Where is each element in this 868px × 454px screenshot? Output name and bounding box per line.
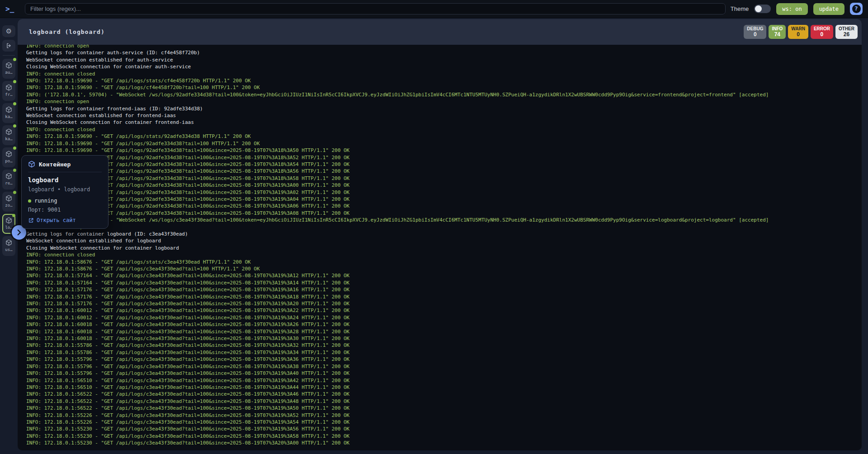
container-cube-icon — [5, 84, 12, 91]
tooltip-header: Контейнер — [28, 161, 102, 172]
running-status-dot — [13, 102, 16, 105]
log-line: INFO: 172.18.0.1:59690 - "GET /api/logs/… — [26, 168, 862, 175]
log-line: INFO: 172.18.0.1:59690 - "GET /api/logs/… — [26, 182, 862, 189]
workspace: ⚙ au… fr… — [0, 18, 868, 454]
log-line: INFO: 172.18.0.1:57176 - "GET /api/logs/… — [26, 300, 862, 307]
running-status-dot — [28, 199, 31, 203]
sidebar-container-button[interactable]: re… — [2, 170, 15, 189]
log-line: INFO: 172.18.0.1:55796 - "GET /api/logs/… — [26, 370, 862, 377]
badge-label: DEBUG — [747, 26, 763, 31]
log-line: Getting logs for container logboard (ID:… — [26, 231, 862, 237]
log-line: INFO: connection open — [26, 224, 862, 231]
status-text: running — [34, 198, 57, 204]
log-line: Closing WebSocket connection for contain… — [26, 119, 862, 126]
log-line: INFO: 172.18.0.1:55796 - "GET /api/logs/… — [26, 356, 862, 363]
log-line: INFO: 172.18.0.1:55786 - "GET /api/logs/… — [26, 349, 862, 356]
log-line: INFO: 172.18.0.1:59690 - "GET /api/logs/… — [26, 140, 862, 147]
log-line: INFO: 172.18.0.1:59690 - "GET /api/logs/… — [26, 161, 862, 168]
container-cube-icon — [5, 217, 12, 224]
container-port: Порт: 9001 — [28, 207, 102, 213]
container-cube-icon — [5, 106, 12, 113]
help-button[interactable]: ? — [850, 3, 863, 15]
log-line: INFO: 172.18.0.1:59690 - "GET /api/logs/… — [26, 84, 862, 91]
log-line: INFO: 172.18.0.1:57176 - "GET /api/logs/… — [26, 293, 862, 300]
log-line: INFO: connection closed — [26, 126, 862, 133]
log-line: Getting logs for container frontend-iaas… — [26, 105, 862, 112]
logout-button[interactable] — [2, 40, 15, 52]
log-line: INFO: 172.18.0.1:59690 - "GET /api/logs/… — [26, 175, 862, 182]
tooltip-header-label: Контейнер — [39, 161, 71, 168]
container-label: ka… — [5, 137, 12, 141]
container-subtitle: logboard • logboard — [28, 186, 102, 193]
log-panel-header: logboard (logboard) DEBUG 0 INFO 74 WARN… — [18, 19, 862, 45]
sidebar-container-button[interactable]: fr… — [2, 81, 15, 101]
log-line: Getting logs for container auth-service … — [26, 49, 862, 56]
container-cube-icon — [28, 161, 35, 168]
question-icon: ? — [852, 5, 861, 13]
settings-button[interactable]: ⚙ — [2, 25, 15, 37]
container-cube-icon — [5, 239, 12, 246]
logout-icon — [6, 43, 12, 49]
level-badge[interactable]: ERROR 0 — [811, 25, 833, 39]
level-badge[interactable]: WARN 0 — [788, 25, 808, 39]
sidebar-container-button[interactable]: us… — [2, 236, 15, 256]
container-status: running — [28, 198, 102, 204]
level-badge[interactable]: OTHER 26 — [835, 25, 858, 39]
sidebar-container-button[interactable]: ka… — [2, 125, 15, 145]
level-badge[interactable]: DEBUG 0 — [744, 25, 766, 39]
running-status-dot — [13, 58, 16, 61]
log-area[interactable]: INFO: connection openGetting logs for co… — [18, 45, 862, 450]
sidebar-container-button[interactable]: zo… — [2, 192, 15, 212]
log-line: INFO: connection closed — [26, 251, 862, 258]
log-line: INFO: 172.18.0.1:56522 - "GET /api/logs/… — [26, 405, 862, 411]
badge-count: 0 — [791, 31, 805, 38]
log-line: INFO: 172.18.0.1:58676 - "GET /api/logs/… — [26, 265, 862, 272]
theme-toggle-knob — [755, 5, 762, 12]
sidebar-container-button[interactable]: po… — [2, 147, 15, 167]
log-line: INFO: 172.18.0.1:60018 - "GET /api/logs/… — [26, 335, 862, 342]
log-line: INFO: 172.18.0.1:59690 - "GET /api/logs/… — [26, 147, 862, 154]
badge-count: 0 — [747, 31, 763, 38]
container-tooltip: Контейнер logboard logboard • logboard r… — [21, 155, 108, 229]
running-status-dot — [13, 169, 16, 172]
chevron-right-icon — [15, 228, 23, 236]
container-label: zo… — [5, 203, 12, 208]
log-line: INFO: 172.18.0.1:55226 - "GET /api/logs/… — [26, 412, 862, 419]
log-line: Closing WebSocket connection for contain… — [26, 245, 862, 251]
theme-toggle[interactable] — [754, 5, 771, 13]
running-status-dot — [13, 147, 16, 150]
log-line: INFO: 172.18.0.1:56522 - "GET /api/logs/… — [26, 398, 862, 405]
badge-label: WARN — [791, 26, 805, 31]
container-label: fr… — [5, 92, 12, 97]
page-title: logboard (logboard) — [29, 28, 105, 35]
log-line: INFO: 172.18.0.1:60012 - "GET /api/logs/… — [26, 307, 862, 314]
log-line: INFO: 172.18.0.1:55230 - "GET /api/logs/… — [26, 440, 862, 446]
sidebar-container-button[interactable]: au… — [2, 59, 15, 79]
filter-input[interactable] — [25, 3, 726, 14]
log-line: INFO: connection closed — [26, 71, 862, 77]
log-line: INFO: 172.18.0.1:59690 - "GET /api/logs/… — [26, 203, 862, 209]
log-line: WebSocket connection established for fro… — [26, 112, 862, 119]
container-cube-icon — [5, 62, 12, 69]
container-name: logboard — [28, 176, 102, 184]
external-link-icon — [28, 218, 34, 223]
log-panel: logboard (logboard) DEBUG 0 INFO 74 WARN… — [18, 19, 862, 450]
log-line: INFO: 172.18.0.1:59690 - "GET /api/logs/… — [26, 210, 862, 217]
update-button[interactable]: update — [813, 3, 844, 15]
log-line: INFO: 172.18.0.1:59690 - "GET /api/logs/… — [26, 133, 862, 140]
log-line: INFO: 172.18.0.1:56510 - "GET /api/logs/… — [26, 377, 862, 384]
level-badge[interactable]: INFO 74 — [769, 25, 786, 39]
theme-label: Theme — [731, 5, 749, 12]
log-line: Closing WebSocket connection for contain… — [26, 63, 862, 70]
sidebar-container-button[interactable]: ka… — [2, 103, 15, 123]
badge-count: 74 — [772, 31, 783, 38]
badge-count: 0 — [814, 31, 830, 38]
container-label: au… — [5, 70, 12, 75]
container-label: lo… — [5, 225, 12, 230]
log-line: WebSocket connection established for aut… — [26, 57, 862, 63]
topbar: >_ Theme ws: on update ? — [0, 0, 868, 18]
terminal-icon: >_ — [5, 5, 18, 13]
running-status-dot — [13, 80, 16, 83]
ws-toggle-button[interactable]: ws: on — [776, 3, 807, 15]
open-site-link[interactable]: Открыть сайт — [28, 217, 102, 223]
